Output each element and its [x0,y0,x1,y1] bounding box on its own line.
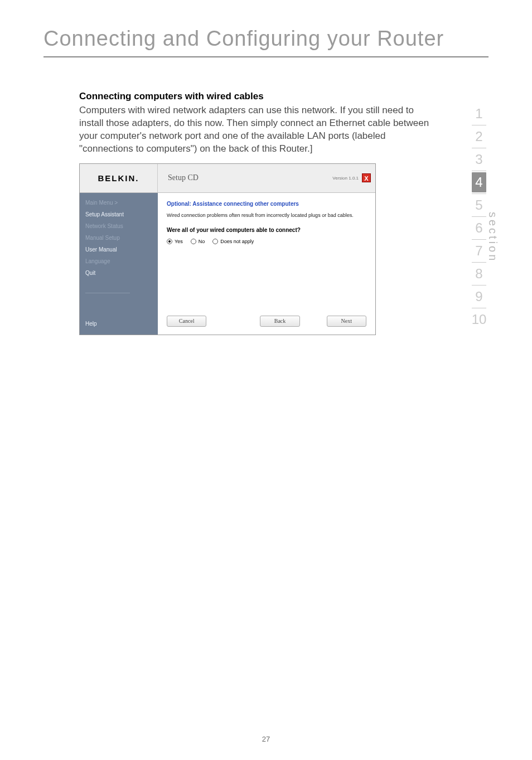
sidebar-item-quit[interactable]: Quit [85,270,152,276]
nav-3[interactable]: 3 [460,149,499,170]
nav-8[interactable]: 8 [460,264,499,284]
sidebar-item-help[interactable]: Help [85,321,97,327]
nav-divider [472,171,486,171]
content-area: Connecting computers with wired cables C… [0,57,429,335]
app-title: Setup CD [158,173,332,182]
button-row: Cancel Back Next [167,316,366,327]
panel-question: Were all of your wired computers able to… [167,227,366,233]
app-version: Version 1.0.1 [332,176,362,181]
sidebar-separator [85,293,130,293]
nav-divider [472,216,486,217]
nav-10[interactable]: 10 [460,309,499,330]
radio-group: Yes No Does not apply [167,239,366,244]
sidebar-item-setup-assistant[interactable]: Setup Assistant [85,211,152,217]
main-panel: Optional: Assistance connecting other co… [158,193,375,335]
panel-heading: Optional: Assistance connecting other co… [167,201,366,207]
nav-1[interactable]: 1 [460,104,499,124]
page-title: Connecting and Configuring your Router [0,0,532,51]
radio-dot-icon [212,239,218,244]
section-label: section [486,212,499,263]
cancel-button[interactable]: Cancel [167,316,206,327]
nav-divider [472,308,486,308]
panel-note: Wired connection problems often result f… [167,212,366,218]
nav-2[interactable]: 2 [460,127,499,147]
nav-divider [472,125,486,125]
content-subhead: Connecting computers with wired cables [79,91,429,102]
close-icon[interactable]: X [362,173,371,182]
nav-9[interactable]: 9 [460,287,499,307]
radio-yes[interactable]: Yes [167,239,183,244]
app-titlebar: BELKIN. Setup CD Version 1.0.1 X [80,164,375,193]
sidebar-item-network-status[interactable]: Network Status [85,223,152,229]
radio-no[interactable]: No [191,239,205,244]
app-logo: BELKIN. [80,164,158,192]
radio-dna[interactable]: Does not apply [212,239,254,244]
nav-divider [472,285,486,285]
page-number: 27 [0,735,532,743]
nav-divider [472,239,486,240]
radio-yes-label: Yes [175,239,183,244]
back-button[interactable]: Back [260,316,299,327]
radio-no-label: No [199,239,205,244]
section-nav: section 1 2 3 4 5 6 7 8 9 10 [460,104,499,330]
sidebar: Main Menu > Setup Assistant Network Stat… [80,193,158,335]
nav-4[interactable]: 4 [472,172,486,192]
sidebar-item-language[interactable]: Language [85,258,152,264]
radio-dot-icon [167,239,172,244]
radio-dot-icon [191,239,196,244]
nav-divider [472,193,486,194]
sidebar-item-user-manual[interactable]: User Manual [85,246,152,253]
app-body: Main Menu > Setup Assistant Network Stat… [80,193,375,335]
sidebar-item-main-menu[interactable]: Main Menu > [85,200,152,206]
nav-divider [472,148,486,148]
app-window: BELKIN. Setup CD Version 1.0.1 X Main Me… [79,163,376,335]
next-button[interactable]: Next [327,316,366,327]
content-body: Computers with wired network adapters ca… [79,104,429,156]
sidebar-item-manual-setup[interactable]: Manual Setup [85,235,152,241]
nav-divider [472,262,486,263]
radio-dna-label: Does not apply [220,239,254,244]
